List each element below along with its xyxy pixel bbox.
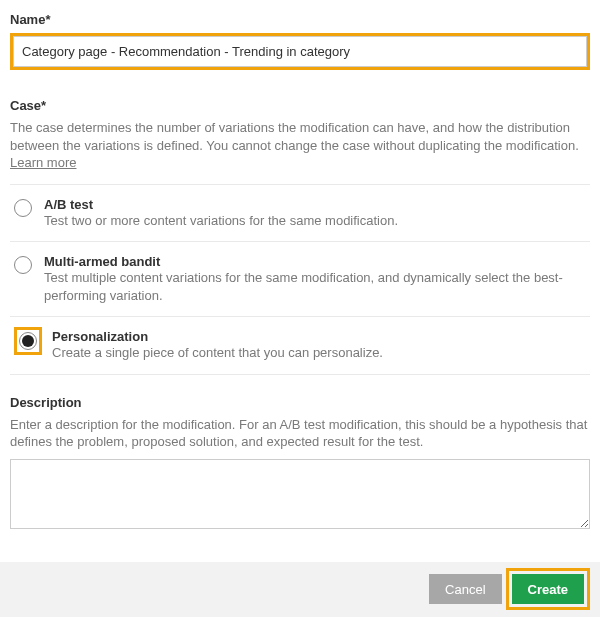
- case-option-ab-test[interactable]: A/B test Test two or more content variat…: [10, 184, 590, 243]
- description-textarea[interactable]: [10, 459, 590, 529]
- radio-title: Personalization: [52, 329, 586, 344]
- case-option-multi-armed-bandit[interactable]: Multi-armed bandit Test multiple content…: [10, 242, 590, 317]
- radio-desc: Test two or more content variations for …: [44, 212, 586, 230]
- name-highlight: [10, 33, 590, 70]
- cancel-button[interactable]: Cancel: [429, 574, 501, 604]
- description-help: Enter a description for the modification…: [10, 416, 590, 451]
- radio-icon: [14, 199, 32, 217]
- personalization-highlight: [14, 327, 42, 355]
- description-label: Description: [10, 395, 590, 410]
- radio-text: Personalization Create a single piece of…: [52, 329, 586, 362]
- learn-more-link[interactable]: Learn more: [10, 155, 76, 170]
- case-section: Case* The case determines the number of …: [10, 98, 590, 375]
- dialog-footer: Cancel Create: [0, 562, 600, 617]
- name-label: Name*: [10, 12, 590, 27]
- create-button[interactable]: Create: [512, 574, 584, 604]
- description-section: Description Enter a description for the …: [10, 395, 590, 532]
- radio-title: Multi-armed bandit: [44, 254, 586, 269]
- radio-title: A/B test: [44, 197, 586, 212]
- modification-form: Name* Case* The case determines the numb…: [0, 0, 600, 532]
- radio-text: Multi-armed bandit Test multiple content…: [44, 254, 586, 304]
- case-radio-group: A/B test Test two or more content variat…: [10, 184, 590, 375]
- radio-icon: [14, 256, 32, 274]
- create-highlight: Create: [506, 568, 590, 610]
- case-help: The case determines the number of variat…: [10, 119, 590, 172]
- radio-text: A/B test Test two or more content variat…: [44, 197, 586, 230]
- case-option-personalization[interactable]: Personalization Create a single piece of…: [10, 317, 590, 375]
- radio-desc: Test multiple content variations for the…: [44, 269, 586, 304]
- radio-desc: Create a single piece of content that yo…: [52, 344, 586, 362]
- case-label: Case*: [10, 98, 590, 113]
- radio-icon: [19, 332, 37, 350]
- name-input[interactable]: [13, 36, 587, 67]
- case-help-text: The case determines the number of variat…: [10, 120, 579, 153]
